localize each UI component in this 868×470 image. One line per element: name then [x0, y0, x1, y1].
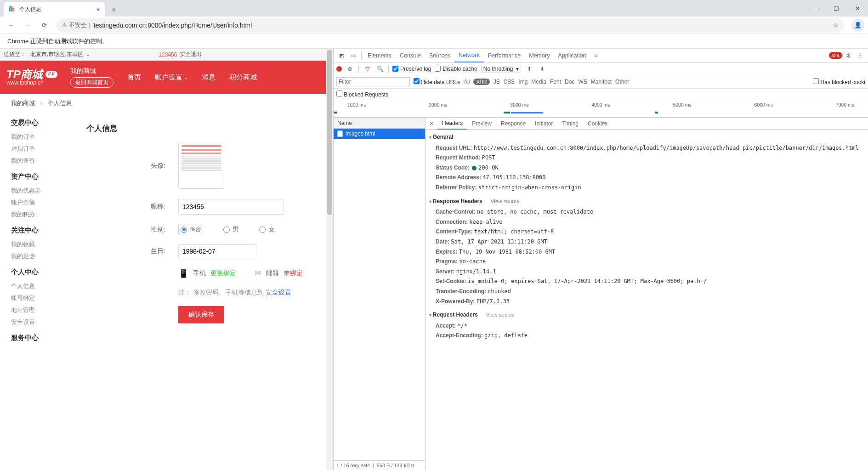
nav-balance[interactable]: 账户余额: [11, 197, 75, 209]
detail-tab-preview[interactable]: Preview: [467, 118, 496, 130]
gender-radio-secret[interactable]: 保密: [178, 225, 203, 234]
close-window-button[interactable]: ✕: [847, 0, 868, 17]
detail-tab-cookies[interactable]: Cookies: [583, 118, 612, 130]
minimize-button[interactable]: —: [805, 0, 826, 17]
network-timeline[interactable]: 1000 ms 2000 ms 3000 ms 4000 ms 5000 ms …: [334, 100, 868, 118]
nickname-input[interactable]: [178, 199, 284, 215]
download-icon[interactable]: ⬇: [538, 66, 547, 72]
page-vertical-scrollbar[interactable]: [326, 49, 333, 470]
throttling-select[interactable]: No throttling ▾: [481, 65, 521, 73]
nav-my-reviews[interactable]: 我的评价: [11, 155, 75, 167]
settings-gear-icon[interactable]: ⚙: [842, 50, 854, 62]
nav-virtual-orders[interactable]: 虚拟订单: [11, 143, 75, 155]
nav-security[interactable]: 安全设置: [11, 316, 75, 328]
filter-other[interactable]: Other: [615, 79, 629, 85]
error-badge[interactable]: 4: [829, 52, 842, 59]
blocked-requests-checkbox[interactable]: Blocked Requests: [336, 91, 388, 98]
nav-footprints[interactable]: 我的足迹: [11, 250, 75, 262]
bookmark-icon[interactable]: ☆: [833, 22, 839, 29]
avatar-image[interactable]: [178, 143, 224, 189]
tab-console[interactable]: Console: [396, 49, 425, 62]
blocked-cookies-checkbox[interactable]: Has blocked cooki: [813, 78, 865, 85]
filter-css[interactable]: CSS: [504, 79, 515, 85]
search-icon[interactable]: 🔍: [375, 66, 385, 72]
section-general[interactable]: General: [425, 131, 868, 143]
device-toggle-icon[interactable]: ▭: [347, 50, 359, 62]
email-unbound-link[interactable]: 未绑定: [284, 269, 303, 277]
view-source-link[interactable]: View source: [491, 198, 519, 204]
reload-button[interactable]: ⟳: [37, 18, 51, 33]
nav-home[interactable]: 首页: [127, 73, 141, 82]
filter-input[interactable]: [336, 77, 410, 86]
logout-link[interactable]: 安全退出: [180, 51, 202, 58]
nav-coupons[interactable]: 我的优惠券: [11, 185, 75, 197]
clear-icon[interactable]: ⊘: [346, 66, 355, 72]
tab-sources[interactable]: Sources: [425, 49, 454, 62]
nav-address[interactable]: 地址管理: [11, 304, 75, 316]
filter-xhr[interactable]: XHR: [473, 79, 489, 85]
address-bar[interactable]: ⚠ 不安全 | testingedu.com.cn:8000/index.php…: [56, 18, 844, 32]
request-list-header[interactable]: Name: [334, 118, 425, 129]
filter-all[interactable]: All: [464, 79, 470, 85]
nav-favorites[interactable]: 我的收藏: [11, 238, 75, 250]
save-button[interactable]: 确认保存: [178, 306, 224, 323]
record-icon[interactable]: [336, 66, 342, 72]
response-header-row: Set-Cookie: is_mobile=0; expires=Sat, 17…: [425, 277, 868, 287]
new-tab-button[interactable]: +: [108, 4, 120, 17]
request-item-images[interactable]: images.html: [334, 129, 425, 139]
close-tab-icon[interactable]: ×: [96, 6, 100, 13]
tab-elements[interactable]: Elements: [363, 49, 396, 62]
security-settings-link[interactable]: 安全设置: [266, 289, 291, 296]
detail-tab-response[interactable]: Response: [496, 118, 530, 130]
tab-network[interactable]: Network: [454, 49, 484, 62]
nav-points[interactable]: 积分商城: [229, 73, 257, 82]
ship-location[interactable]: 北京市,市辖区,东城区, ⌄: [30, 51, 90, 58]
hide-data-urls-checkbox[interactable]: Hide data URLs: [414, 78, 460, 85]
detail-tab-timing[interactable]: Timing: [557, 118, 583, 130]
birthday-input[interactable]: [178, 244, 256, 258]
detail-tab-headers[interactable]: Headers: [437, 118, 467, 130]
nav-profile[interactable]: 个人信息: [11, 280, 75, 292]
inspect-element-icon[interactable]: ◩: [335, 50, 347, 62]
headers-pane[interactable]: General Request URL: http://www.testinge…: [425, 130, 868, 470]
filter-img[interactable]: Img: [518, 79, 528, 85]
disable-cache-checkbox[interactable]: Disable cache: [435, 66, 477, 72]
section-request-headers[interactable]: Request HeadersView source: [425, 309, 868, 321]
section-response-headers[interactable]: Response HeadersView source: [425, 196, 868, 208]
more-tabs-icon[interactable]: »: [590, 50, 602, 62]
filter-js[interactable]: JS: [494, 79, 500, 85]
tab-application[interactable]: Application: [554, 49, 590, 62]
filter-media[interactable]: Media: [531, 79, 546, 85]
profile-avatar-icon[interactable]: 👤: [851, 19, 864, 32]
browser-tab[interactable]: 🛍️ 个人信息 ×: [4, 2, 105, 17]
filter-ws[interactable]: WS: [578, 79, 587, 85]
site-logo[interactable]: TP商城2.0 www.tpshop.cn: [0, 68, 64, 86]
return-home-button[interactable]: 返回商城首页: [70, 77, 113, 88]
filter-doc[interactable]: Doc: [565, 79, 574, 85]
filter-manifest[interactable]: Manifest: [591, 79, 612, 85]
nav-points[interactable]: 我的积分: [11, 209, 75, 221]
nav-my-orders[interactable]: 我的订单: [11, 131, 75, 143]
filter-font[interactable]: Font: [550, 79, 561, 85]
gender-radio-male[interactable]: 男: [223, 226, 239, 234]
crumb-root[interactable]: 我的商城: [11, 100, 35, 107]
back-button[interactable]: ←: [4, 18, 18, 33]
kebab-menu-icon[interactable]: ⋮: [854, 50, 866, 62]
upload-icon[interactable]: ⬆: [525, 66, 534, 72]
nav-account-bind[interactable]: 账号绑定: [11, 292, 75, 304]
tab-memory[interactable]: Memory: [525, 49, 554, 62]
forward-button[interactable]: →: [20, 18, 35, 33]
gender-radio-female[interactable]: 女: [259, 226, 275, 234]
topbar-username[interactable]: 123456: [159, 51, 177, 58]
nav-account[interactable]: 账户设置 ⌄: [155, 73, 188, 82]
chevron-down-icon: ⌄: [86, 52, 90, 57]
preserve-log-checkbox[interactable]: Preserve log: [392, 66, 431, 72]
phone-rebind-link[interactable]: 更换绑定: [210, 269, 236, 277]
filter-icon[interactable]: ▽: [363, 66, 372, 72]
maximize-button[interactable]: ☐: [826, 0, 847, 17]
view-source-link[interactable]: View source: [486, 312, 515, 317]
close-detail-icon[interactable]: ×: [425, 120, 437, 127]
tab-performance[interactable]: Performance: [484, 49, 525, 62]
detail-tab-initiator[interactable]: Initiator: [530, 118, 557, 130]
nav-messages[interactable]: 消息: [202, 73, 216, 82]
